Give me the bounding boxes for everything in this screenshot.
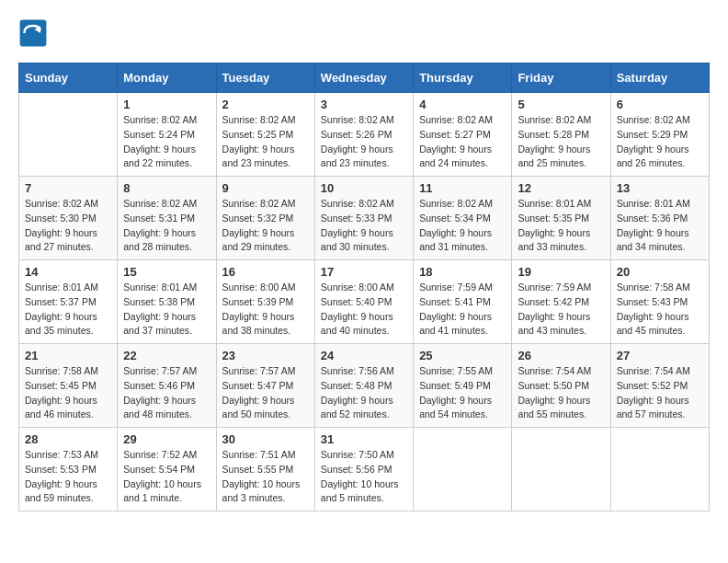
day-info: Sunrise: 7:58 AMSunset: 5:43 PMDaylight:… (617, 281, 703, 339)
calendar-cell (19, 93, 118, 177)
day-info: Sunrise: 7:57 AMSunset: 5:46 PMDaylight:… (123, 364, 210, 422)
day-number: 5 (518, 98, 604, 111)
weekday-header-thursday: Thursday (414, 63, 512, 93)
weekday-header-friday: Friday (512, 63, 610, 93)
day-info: Sunrise: 8:02 AMSunset: 5:32 PMDaylight:… (222, 197, 309, 255)
calendar-cell: 13Sunrise: 8:01 AMSunset: 5:36 PMDayligh… (610, 177, 709, 260)
calendar-cell: 22Sunrise: 7:57 AMSunset: 5:46 PMDayligh… (118, 344, 216, 428)
day-number: 13 (617, 181, 703, 195)
calendar-cell: 3Sunrise: 8:02 AMSunset: 5:26 PMDaylight… (314, 93, 413, 177)
day-info: Sunrise: 7:52 AMSunset: 5:54 PMDaylight:… (123, 448, 210, 506)
day-number: 9 (222, 181, 309, 195)
weekday-header-sunday: Sunday (19, 63, 118, 93)
calendar-cell: 15Sunrise: 8:01 AMSunset: 5:38 PMDayligh… (118, 260, 216, 344)
calendar-week-1: 1Sunrise: 8:02 AMSunset: 5:24 PMDaylight… (19, 93, 710, 177)
calendar-cell: 29Sunrise: 7:52 AMSunset: 5:54 PMDayligh… (118, 428, 216, 511)
day-number: 14 (25, 265, 111, 279)
day-number: 18 (419, 265, 506, 279)
calendar-cell: 18Sunrise: 7:59 AMSunset: 5:41 PMDayligh… (414, 260, 512, 344)
day-number: 26 (518, 349, 604, 362)
day-number: 30 (222, 432, 309, 446)
calendar-cell: 28Sunrise: 7:53 AMSunset: 5:53 PMDayligh… (19, 428, 118, 511)
day-info: Sunrise: 8:00 AMSunset: 5:39 PMDaylight:… (222, 281, 309, 339)
day-number: 28 (25, 432, 111, 446)
calendar-cell: 10Sunrise: 8:02 AMSunset: 5:33 PMDayligh… (314, 177, 413, 260)
weekday-header-tuesday: Tuesday (216, 63, 314, 93)
day-info: Sunrise: 8:01 AMSunset: 5:37 PMDaylight:… (25, 281, 111, 339)
day-number: 6 (617, 98, 703, 111)
day-number: 12 (518, 181, 604, 195)
calendar-cell: 30Sunrise: 7:51 AMSunset: 5:55 PMDayligh… (216, 428, 314, 511)
day-info: Sunrise: 7:55 AMSunset: 5:49 PMDaylight:… (419, 364, 506, 422)
day-info: Sunrise: 7:59 AMSunset: 5:42 PMDaylight:… (518, 281, 604, 339)
calendar-week-5: 28Sunrise: 7:53 AMSunset: 5:53 PMDayligh… (19, 428, 710, 511)
calendar-cell (414, 428, 512, 511)
day-info: Sunrise: 7:53 AMSunset: 5:53 PMDaylight:… (25, 448, 111, 506)
day-info: Sunrise: 7:57 AMSunset: 5:47 PMDaylight:… (222, 364, 309, 422)
calendar-table: SundayMondayTuesdayWednesdayThursdayFrid… (18, 63, 710, 511)
day-info: Sunrise: 8:01 AMSunset: 5:38 PMDaylight:… (123, 281, 210, 339)
day-number: 7 (25, 181, 111, 195)
day-info: Sunrise: 8:02 AMSunset: 5:31 PMDaylight:… (123, 197, 210, 255)
calendar-cell: 26Sunrise: 7:54 AMSunset: 5:50 PMDayligh… (512, 344, 610, 428)
day-number: 19 (518, 265, 604, 279)
calendar-cell (512, 428, 610, 511)
day-info: Sunrise: 8:02 AMSunset: 5:33 PMDaylight:… (321, 197, 407, 255)
day-number: 20 (617, 265, 703, 279)
calendar-cell: 9Sunrise: 8:02 AMSunset: 5:32 PMDaylight… (216, 177, 314, 260)
calendar-cell: 2Sunrise: 8:02 AMSunset: 5:25 PMDaylight… (216, 93, 314, 177)
day-number: 11 (419, 181, 506, 195)
day-number: 3 (321, 98, 407, 111)
day-number: 17 (321, 265, 407, 279)
day-number: 4 (419, 98, 506, 111)
weekday-header-monday: Monday (118, 63, 216, 93)
calendar-cell (610, 428, 709, 511)
day-number: 8 (123, 181, 210, 195)
day-info: Sunrise: 8:02 AMSunset: 5:26 PMDaylight:… (321, 113, 407, 171)
day-info: Sunrise: 8:02 AMSunset: 5:34 PMDaylight:… (419, 197, 506, 255)
day-number: 16 (222, 265, 309, 279)
calendar-week-3: 14Sunrise: 8:01 AMSunset: 5:37 PMDayligh… (19, 260, 710, 344)
calendar-cell: 7Sunrise: 8:02 AMSunset: 5:30 PMDaylight… (19, 177, 118, 260)
calendar-cell: 27Sunrise: 7:54 AMSunset: 5:52 PMDayligh… (610, 344, 709, 428)
day-info: Sunrise: 8:01 AMSunset: 5:35 PMDaylight:… (518, 197, 604, 255)
calendar-cell: 21Sunrise: 7:58 AMSunset: 5:45 PMDayligh… (19, 344, 118, 428)
calendar-cell: 4Sunrise: 8:02 AMSunset: 5:27 PMDaylight… (414, 93, 512, 177)
weekday-header-wednesday: Wednesday (314, 63, 413, 93)
logo-icon (18, 18, 48, 48)
day-info: Sunrise: 7:51 AMSunset: 5:55 PMDaylight:… (222, 448, 309, 506)
day-info: Sunrise: 7:50 AMSunset: 5:56 PMDaylight:… (321, 448, 407, 506)
day-number: 27 (617, 349, 703, 362)
calendar-cell: 23Sunrise: 7:57 AMSunset: 5:47 PMDayligh… (216, 344, 314, 428)
weekday-header-row: SundayMondayTuesdayWednesdayThursdayFrid… (19, 63, 710, 93)
weekday-header-saturday: Saturday (610, 63, 709, 93)
calendar-cell: 14Sunrise: 8:01 AMSunset: 5:37 PMDayligh… (19, 260, 118, 344)
day-info: Sunrise: 7:58 AMSunset: 5:45 PMDaylight:… (25, 364, 111, 422)
day-info: Sunrise: 7:56 AMSunset: 5:48 PMDaylight:… (321, 364, 407, 422)
day-number: 25 (419, 349, 506, 362)
day-info: Sunrise: 8:02 AMSunset: 5:29 PMDaylight:… (617, 113, 703, 171)
day-info: Sunrise: 8:01 AMSunset: 5:36 PMDaylight:… (617, 197, 703, 255)
day-number: 22 (123, 349, 210, 362)
calendar-cell: 1Sunrise: 8:02 AMSunset: 5:24 PMDaylight… (118, 93, 216, 177)
day-info: Sunrise: 8:02 AMSunset: 5:24 PMDaylight:… (123, 113, 210, 171)
calendar-week-2: 7Sunrise: 8:02 AMSunset: 5:30 PMDaylight… (19, 177, 710, 260)
calendar-cell: 5Sunrise: 8:02 AMSunset: 5:28 PMDaylight… (512, 93, 610, 177)
calendar-cell: 17Sunrise: 8:00 AMSunset: 5:40 PMDayligh… (314, 260, 413, 344)
calendar-cell: 31Sunrise: 7:50 AMSunset: 5:56 PMDayligh… (314, 428, 413, 511)
calendar-cell: 19Sunrise: 7:59 AMSunset: 5:42 PMDayligh… (512, 260, 610, 344)
day-info: Sunrise: 8:02 AMSunset: 5:30 PMDaylight:… (25, 197, 111, 255)
calendar-cell: 24Sunrise: 7:56 AMSunset: 5:48 PMDayligh… (314, 344, 413, 428)
day-info: Sunrise: 7:54 AMSunset: 5:50 PMDaylight:… (518, 364, 604, 422)
day-number: 21 (25, 349, 111, 362)
page-header (18, 18, 710, 48)
calendar-cell: 16Sunrise: 8:00 AMSunset: 5:39 PMDayligh… (216, 260, 314, 344)
day-info: Sunrise: 8:02 AMSunset: 5:25 PMDaylight:… (222, 113, 309, 171)
day-number: 1 (123, 98, 210, 111)
day-info: Sunrise: 7:59 AMSunset: 5:41 PMDaylight:… (419, 281, 506, 339)
calendar-cell: 20Sunrise: 7:58 AMSunset: 5:43 PMDayligh… (610, 260, 709, 344)
day-number: 29 (123, 432, 210, 446)
calendar-cell: 11Sunrise: 8:02 AMSunset: 5:34 PMDayligh… (414, 177, 512, 260)
day-info: Sunrise: 8:00 AMSunset: 5:40 PMDaylight:… (321, 281, 407, 339)
day-number: 10 (321, 181, 407, 195)
